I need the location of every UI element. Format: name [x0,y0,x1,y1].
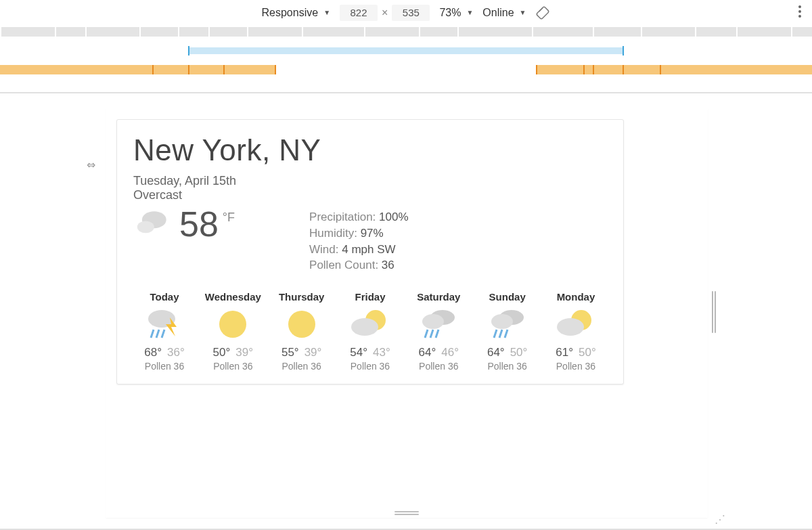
ruler-scale [0,27,812,37]
resize-handle-bottom-icon[interactable] [394,511,419,515]
forecast-day-name: Friday [339,291,401,303]
forecast-high: 64° [419,346,436,359]
chevron-down-icon: ▼ [465,9,473,16]
forecast-low: 36° [167,346,185,359]
rotate-button[interactable] [535,5,550,20]
sun-icon [202,307,264,342]
humidity-label: Humidity: [309,227,357,240]
media-query-ruler [0,26,812,93]
sun-icon [271,307,333,342]
device-viewport: New York, NY Tuesday, April 15th Overcas… [106,108,708,518]
forecast-day[interactable]: Today68°36°Pollen 36 [133,291,196,372]
svg-point-19 [491,314,513,329]
network-value: Online [482,7,514,19]
forecast-high: 54° [350,346,367,359]
partly-icon [545,307,607,342]
precip-label: Precipitation: [309,211,376,223]
dimension-times: × [382,7,388,19]
height-input[interactable] [392,5,430,21]
pollen-label: Pollen Count: [309,259,378,271]
more-button[interactable] [798,5,801,18]
storm-icon [133,307,196,342]
device-select[interactable]: Responsive ▼ [262,7,331,19]
forecast-high: 68° [144,346,162,359]
humidity-value: 97% [361,227,384,240]
forecast-pollen: Pollen 36 [339,361,401,372]
wind-label: Wind: [309,243,338,256]
svg-line-20 [494,330,497,338]
resize-handle-corner-icon[interactable]: ⋰ [715,513,723,526]
forecast-day-name: Thursday [271,291,333,303]
forecast-pollen: Pollen 36 [476,361,539,372]
svg-line-1 [539,7,543,12]
resize-handle-left-icon[interactable]: ⇔ [87,158,95,171]
forecast-low: 39° [235,346,253,359]
rain-icon [407,307,470,342]
forecast-low: 39° [304,346,322,359]
ruler-min-width[interactable] [0,65,812,74]
overcast-icon [133,206,173,240]
zoom-value: 73% [439,7,461,19]
wind-value: 4 mph SW [342,243,395,256]
rain-icon [476,307,539,342]
forecast-low: 50° [510,346,528,359]
forecast-day-name: Sunday [476,291,539,303]
width-input[interactable] [340,5,378,21]
date-text: Tuesday, April 15th [133,174,607,188]
pollen-value: 36 [382,259,394,271]
precip-value: 100% [379,211,408,223]
forecast-day[interactable]: Monday61°50°Pollen 36 [545,291,607,372]
forecast-day-name: Monday [545,291,607,303]
forecast-high: 55° [281,346,299,359]
svg-point-24 [557,318,584,336]
forecast-day-name: Saturday [407,291,470,303]
forecast-high: 50° [213,346,231,359]
network-select[interactable]: Online ▼ [482,7,526,19]
ruler-max-width[interactable] [0,47,812,54]
weather-stats: Precipitation: 100% Humidity: 97% Wind: … [309,209,409,273]
partly-icon [339,307,401,342]
svg-line-21 [499,330,502,338]
forecast-pollen: Pollen 36 [202,361,264,372]
forecast-day[interactable]: Saturday64°46°Pollen 36 [407,291,470,372]
svg-line-22 [505,330,508,338]
svg-point-9 [219,311,246,338]
temp-unit: °F [223,211,235,225]
forecast-pollen: Pollen 36 [271,361,333,372]
zoom-select[interactable]: 73% ▼ [439,7,473,19]
svg-line-15 [425,330,428,338]
forecast-low: 46° [441,346,459,359]
svg-point-12 [351,318,378,336]
chevron-down-icon: ▼ [518,9,526,16]
condition-text: Overcast [133,188,607,202]
chevron-down-icon: ▼ [322,9,330,16]
svg-line-7 [156,330,159,338]
forecast-pollen: Pollen 36 [133,361,196,372]
svg-line-16 [430,330,433,338]
forecast-high: 64° [487,346,505,359]
current-temp: 58 [179,206,219,242]
forecast-day-name: Wednesday [202,291,264,303]
dimensions-group: × [340,5,430,21]
svg-point-14 [422,314,444,329]
svg-point-3 [137,221,154,233]
forecast-row: Today68°36°Pollen 36Wednesday50°39°Polle… [133,291,607,372]
device-toolbar: Responsive ▼ × 73% ▼ Online ▼ [0,0,812,26]
svg-line-8 [162,330,164,338]
forecast-day[interactable]: Sunday64°50°Pollen 36 [476,291,539,372]
svg-point-10 [288,311,315,338]
forecast-high: 61° [556,346,573,359]
resize-handle-right-icon[interactable] [712,291,716,333]
forecast-day[interactable]: Wednesday50°39°Pollen 36 [202,291,264,372]
svg-line-17 [436,330,438,338]
forecast-low: 43° [373,346,390,359]
city-heading: New York, NY [133,133,607,167]
forecast-pollen: Pollen 36 [545,361,607,372]
forecast-day[interactable]: Friday54°43°Pollen 36 [339,291,401,372]
forecast-day[interactable]: Thursday55°39°Pollen 36 [271,291,333,372]
forecast-low: 50° [579,346,596,359]
forecast-day-name: Today [133,291,196,303]
forecast-pollen: Pollen 36 [407,361,470,372]
weather-card: New York, NY Tuesday, April 15th Overcas… [116,119,624,384]
svg-line-6 [151,330,154,338]
